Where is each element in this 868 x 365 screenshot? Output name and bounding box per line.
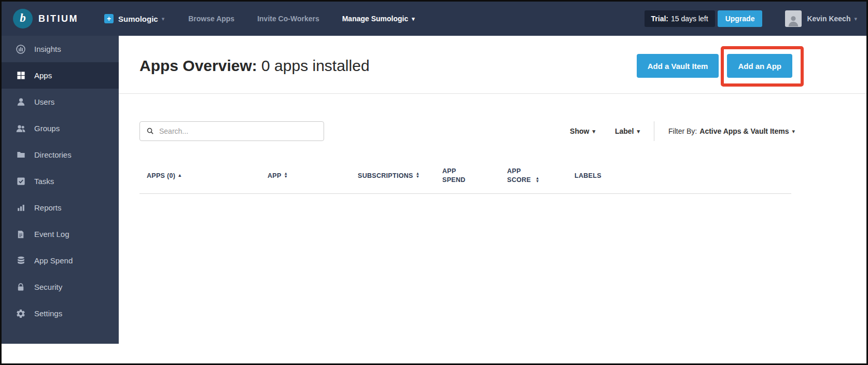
sidebar: Insights Apps Users Groups — [2, 36, 119, 344]
column-header-labels: LABELS — [575, 172, 795, 180]
column-header-apps[interactable]: APPS (0)▲ — [147, 171, 268, 180]
sidebar-item-label: Tasks — [34, 177, 54, 186]
column-header-subscriptions[interactable]: SUBSCRIPTIONS▲▼ — [358, 172, 442, 180]
column-header-app-score[interactable]: APP SCORE ▲▼ — [507, 167, 575, 185]
column-header-app-spend: APP SPEND — [442, 167, 507, 185]
sidebar-item-label: Settings — [34, 309, 62, 318]
sidebar-item-security[interactable]: Security — [2, 274, 119, 300]
filter-by-dropdown[interactable]: Filter By: Active Apps & Vault Items ▾ — [668, 127, 795, 135]
trial-badge: Trial: 15 days left — [645, 10, 715, 27]
page-body: Insights Apps Users Groups — [2, 36, 866, 344]
user-menu[interactable]: Kevin Keech ▾ — [785, 10, 857, 27]
bar-chart-icon — [16, 203, 26, 213]
sidebar-item-label: App Spend — [34, 256, 73, 265]
sidebar-item-groups[interactable]: Groups — [2, 115, 119, 142]
search-input[interactable] — [139, 121, 324, 141]
column-header-app[interactable]: APP▲▼ — [268, 172, 358, 180]
apps-grid-icon — [16, 71, 26, 81]
add-vault-item-button[interactable]: Add a Vault Item — [637, 54, 719, 78]
chevron-down-icon: ▾ — [412, 16, 415, 22]
sidebar-item-apps[interactable]: Apps — [2, 62, 119, 89]
brand[interactable]: b BITIUM — [13, 9, 78, 29]
insights-gauge-icon — [16, 44, 26, 54]
nav-manage-sumologic[interactable]: Manage Sumologic ▾ — [342, 15, 415, 23]
search-box — [139, 121, 324, 141]
chevron-down-icon: ▾ — [792, 129, 795, 134]
sidebar-item-tasks[interactable]: Tasks — [2, 168, 119, 194]
folder-icon — [16, 150, 26, 160]
sidebar-item-label: Apps — [34, 71, 52, 80]
topbar-nav: Browse Apps Invite Co-Workers Manage Sum… — [188, 15, 415, 23]
sort-icon: ▲▼ — [416, 172, 420, 178]
show-dropdown[interactable]: Show ▾ — [570, 127, 595, 135]
topbar-right: Trial: 15 days left Upgrade Kevin Keech … — [645, 10, 857, 27]
header-divider — [119, 93, 866, 94]
brand-name: BITIUM — [38, 13, 78, 24]
org-switcher[interactable]: + Sumologic ▾ — [104, 14, 164, 23]
topbar: b BITIUM + Sumologic ▾ Browse Apps Invit… — [2, 2, 866, 36]
main-content: Apps Overview: 0 apps installed Add a Va… — [119, 36, 866, 344]
add-an-app-button[interactable]: Add an App — [727, 54, 792, 78]
sidebar-item-label: Security — [34, 283, 62, 291]
sidebar-item-label: Reports — [34, 203, 62, 212]
sort-icon: ▲▼ — [284, 172, 288, 178]
sidebar-item-reports[interactable]: Reports — [2, 194, 119, 221]
sidebar-item-label: Event Log — [34, 230, 69, 238]
sidebar-item-event-log[interactable]: Event Log — [2, 221, 119, 247]
user-icon — [16, 97, 26, 107]
add-app-annotated-wrapper: Add an App — [727, 54, 792, 78]
chevron-down-icon: ▾ — [854, 16, 857, 22]
table-empty-body — [119, 194, 866, 215]
page-title: Apps Overview: 0 apps installed — [139, 57, 370, 75]
sidebar-item-users[interactable]: Users — [2, 89, 119, 115]
filter-controls: Show ▾ Label ▾ Filter By: Active Apps & … — [570, 121, 795, 141]
apps-toolbar: Show ▾ Label ▾ Filter By: Active Apps & … — [119, 121, 866, 141]
app-window: b BITIUM + Sumologic ▾ Browse Apps Invit… — [0, 0, 868, 365]
sort-ascending-icon: ▲ — [177, 173, 182, 178]
bitium-logo-icon: b — [13, 9, 33, 29]
checkbox-icon — [16, 176, 26, 187]
document-icon — [16, 229, 26, 240]
sidebar-item-label: Insights — [34, 45, 61, 53]
nav-browse-apps[interactable]: Browse Apps — [188, 15, 234, 23]
user-name: Kevin Keech — [807, 15, 850, 23]
chevron-down-icon: ▾ — [592, 129, 595, 134]
avatar — [785, 10, 802, 27]
chevron-down-icon: ▾ — [637, 129, 640, 134]
upgrade-button[interactable]: Upgrade — [718, 10, 763, 27]
trial-label: Trial: — [651, 15, 668, 23]
table-header-row: APPS (0)▲ APP▲▼ SUBSCRIPTIONS▲▼ APP SPEN… — [119, 167, 866, 185]
header-actions: Add a Vault Item Add an App — [637, 54, 792, 78]
page-head: Apps Overview: 0 apps installed Add a Va… — [119, 36, 866, 79]
trial-value: 15 days left — [671, 15, 708, 23]
chevron-down-icon: ▾ — [162, 16, 165, 22]
person-icon — [787, 13, 800, 27]
gear-icon — [16, 308, 26, 319]
org-name: Sumologic — [118, 15, 158, 23]
sidebar-item-label: Directories — [34, 150, 72, 159]
sort-icon: ▲▼ — [536, 177, 540, 183]
label-dropdown[interactable]: Label ▾ — [615, 127, 640, 135]
sidebar-item-settings[interactable]: Settings — [2, 300, 119, 327]
people-icon — [16, 123, 26, 134]
lock-icon — [16, 282, 26, 292]
page-bottom-whitespace — [2, 344, 866, 363]
nav-invite-coworkers[interactable]: Invite Co-Workers — [257, 15, 319, 23]
search-icon — [146, 127, 154, 135]
coins-icon — [16, 256, 26, 266]
plus-icon: + — [104, 14, 114, 23]
sidebar-item-insights[interactable]: Insights — [2, 36, 119, 62]
vertical-divider — [654, 121, 654, 141]
sidebar-item-app-spend[interactable]: App Spend — [2, 247, 119, 274]
sidebar-item-directories[interactable]: Directories — [2, 142, 119, 168]
sidebar-item-label: Users — [34, 97, 54, 106]
sidebar-item-label: Groups — [34, 124, 60, 133]
